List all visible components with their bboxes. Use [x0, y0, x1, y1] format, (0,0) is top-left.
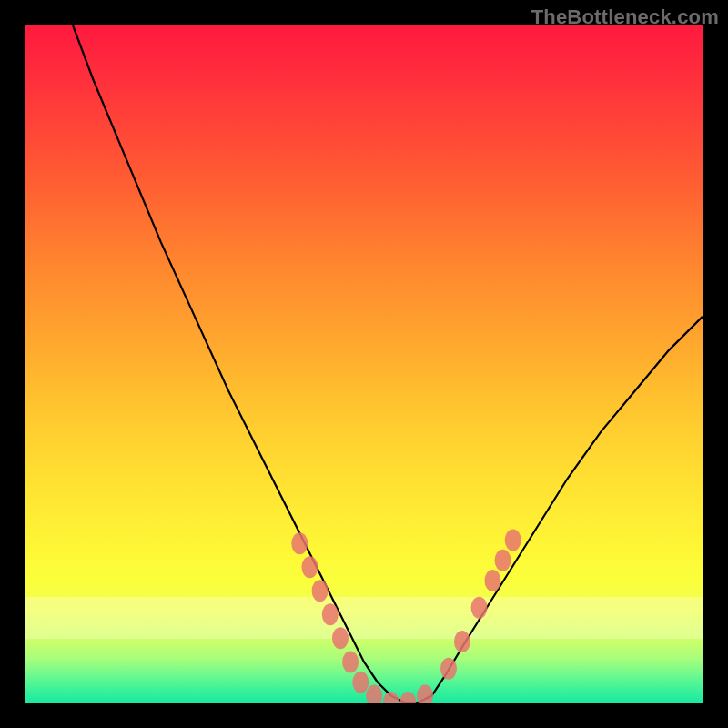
plot-area: [25, 25, 703, 703]
background-gradient: [25, 25, 703, 703]
chart-frame: TheBottleneck.com: [0, 0, 728, 728]
